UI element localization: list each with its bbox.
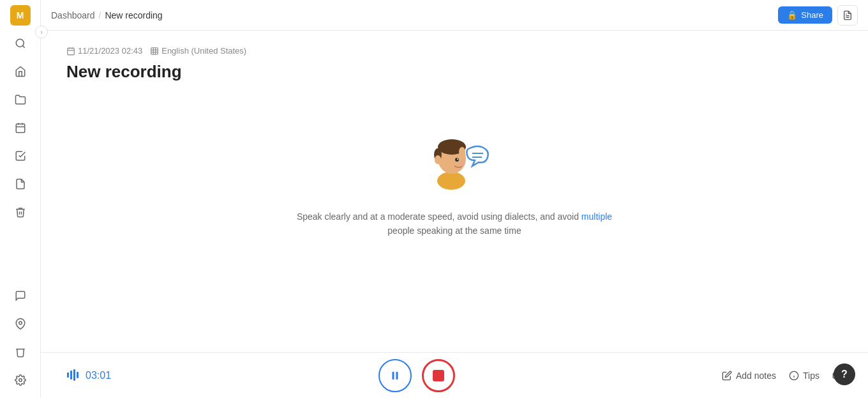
sidebar-item-notes[interactable] bbox=[8, 171, 33, 197]
recording-illustration bbox=[416, 120, 493, 190]
stop-button[interactable] bbox=[422, 359, 455, 392]
page-title: New recording bbox=[66, 62, 842, 82]
svg-point-24 bbox=[459, 147, 465, 157]
transcript-icon-button[interactable] bbox=[837, 5, 858, 26]
notes-icon bbox=[722, 371, 732, 381]
sidebar-item-search[interactable] bbox=[8, 31, 33, 56]
svg-point-7 bbox=[19, 379, 22, 382]
svg-line-1 bbox=[22, 45, 24, 47]
tips-label: Tips bbox=[803, 371, 819, 381]
svg-rect-10 bbox=[68, 48, 75, 55]
tips-button[interactable]: Tips bbox=[789, 371, 819, 381]
hint-text: Speak clearly and at a moderate speed, a… bbox=[297, 210, 612, 238]
sidebar-item-calendar[interactable] bbox=[8, 115, 33, 141]
sidebar-item-trash[interactable] bbox=[8, 199, 33, 225]
recording-controls bbox=[378, 359, 455, 392]
breadcrumb: Dashboard / New recording bbox=[51, 10, 163, 20]
hint-normal-2: people speaking at the same time bbox=[387, 226, 521, 236]
meta-row: 11/21/2023 02:43 English (United States) bbox=[66, 46, 842, 56]
svg-rect-35 bbox=[392, 372, 394, 379]
svg-point-6 bbox=[19, 321, 22, 325]
svg-rect-2 bbox=[16, 124, 25, 133]
page-content: 11/21/2023 02:43 English (United States)… bbox=[41, 31, 868, 352]
hint-highlight: multiple bbox=[581, 211, 612, 222]
svg-rect-32 bbox=[70, 371, 72, 379]
share-label: Share bbox=[801, 10, 823, 20]
date-meta: 11/21/2023 02:43 bbox=[66, 46, 142, 56]
breadcrumb-current: New recording bbox=[105, 10, 162, 20]
svg-rect-34 bbox=[77, 372, 79, 378]
help-button[interactable]: ? bbox=[834, 364, 855, 385]
bottom-bar: 03:01 Add notes Tips bbox=[41, 352, 868, 398]
svg-rect-36 bbox=[396, 372, 398, 379]
svg-rect-14 bbox=[151, 47, 158, 54]
hint-normal-1: Speak clearly and at a moderate speed, a… bbox=[297, 211, 581, 222]
svg-point-28 bbox=[435, 155, 441, 164]
breadcrumb-separator: / bbox=[99, 10, 101, 20]
svg-point-0 bbox=[16, 39, 24, 47]
svg-point-19 bbox=[437, 172, 465, 190]
svg-rect-31 bbox=[67, 372, 69, 378]
language-meta: English (United States) bbox=[150, 46, 246, 56]
add-notes-label: Add notes bbox=[736, 371, 776, 381]
tips-icon bbox=[789, 371, 799, 381]
sidebar: M › bbox=[0, 0, 41, 398]
sidebar-toggle[interactable]: › bbox=[35, 26, 48, 38]
timer-value: 03:01 bbox=[86, 370, 111, 381]
language-value: English (United States) bbox=[161, 46, 246, 56]
share-button[interactable]: 🔒 Share bbox=[778, 6, 832, 24]
svg-rect-33 bbox=[73, 369, 75, 381]
breadcrumb-home[interactable]: Dashboard bbox=[51, 10, 95, 20]
sidebar-item-home[interactable] bbox=[8, 59, 33, 84]
date-icon bbox=[66, 47, 75, 56]
sidebar-item-settings[interactable] bbox=[8, 367, 33, 393]
sidebar-item-chat[interactable] bbox=[8, 283, 33, 309]
stop-icon bbox=[433, 370, 444, 381]
sidebar-item-delete[interactable] bbox=[8, 339, 33, 365]
sidebar-item-folder[interactable] bbox=[8, 87, 33, 112]
svg-point-25 bbox=[455, 158, 459, 162]
sidebar-item-location[interactable] bbox=[8, 311, 33, 337]
svg-point-27 bbox=[460, 161, 465, 166]
main-content: Dashboard / New recording 🔒 Share 11/21/… bbox=[41, 0, 868, 398]
language-icon bbox=[150, 47, 159, 56]
avatar[interactable]: M bbox=[10, 5, 31, 26]
bottom-actions: Add notes Tips bbox=[722, 371, 842, 381]
date-value: 11/21/2023 02:43 bbox=[78, 46, 142, 56]
waveform-icon bbox=[66, 367, 80, 384]
pause-button[interactable] bbox=[378, 359, 412, 392]
lock-icon: 🔒 bbox=[787, 10, 797, 20]
header: Dashboard / New recording 🔒 Share bbox=[41, 0, 868, 31]
sidebar-item-tasks[interactable] bbox=[8, 143, 33, 169]
add-notes-button[interactable]: Add notes bbox=[722, 371, 776, 381]
header-actions: 🔒 Share bbox=[778, 5, 858, 26]
svg-point-26 bbox=[457, 158, 458, 160]
timer-display: 03:01 bbox=[66, 367, 111, 384]
illustration-area: Speak clearly and at a moderate speed, a… bbox=[66, 120, 842, 238]
sidebar-bottom bbox=[8, 283, 33, 393]
